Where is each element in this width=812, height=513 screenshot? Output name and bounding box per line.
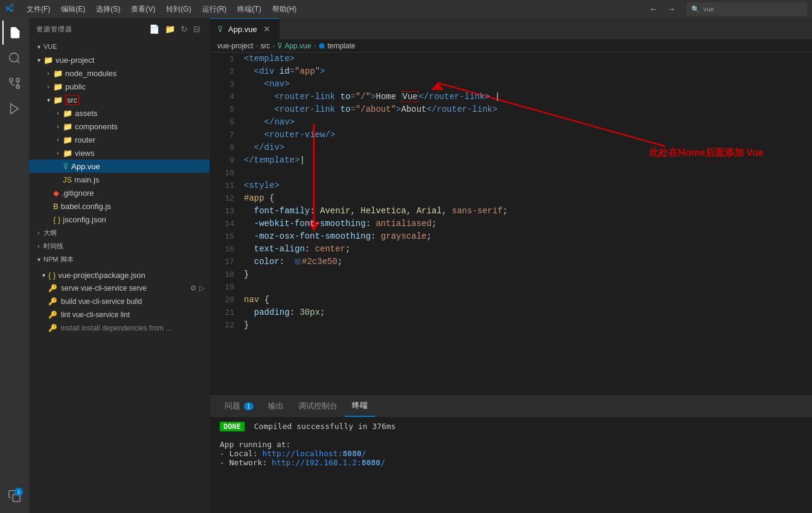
npm-serve-label: serve vue-cli-service serve [61, 284, 147, 292]
new-file-icon[interactable]: 📄 [148, 23, 161, 35]
code-editor: 此处在Home后面添加 Vue 1 2 3 4 5 6 7 8 9 [210, 53, 812, 395]
network-url[interactable]: http://192.168.1.2:8080/ [272, 458, 385, 467]
outline-section-header[interactable]: › 大纲 [29, 226, 209, 239]
terminal-content[interactable]: DONE Compiled successfully in 376ms App … [210, 417, 812, 513]
code-line-17: color: #2c3e50; [244, 256, 812, 268]
code-line-2: <div id="app"> [244, 65, 812, 78]
tree-views[interactable]: › 📁 views [29, 146, 209, 160]
menu-edit[interactable]: 编辑(E) [56, 3, 90, 16]
sidebar: 资源管理器 📄 📁 ↻ ⊟ ▾ VUE ▾ 📁 vue-project [29, 18, 210, 513]
activity-extensions[interactable]: 1 [2, 484, 27, 508]
outline-label: 大纲 [43, 228, 57, 237]
tab-app-vue[interactable]: ⊽ App.vue ✕ [210, 18, 280, 39]
line-numbers: 1 2 3 4 5 6 7 8 9 10 11 12 13 14 15 16 1… [210, 53, 239, 395]
json-file-icon: { } [53, 215, 60, 224]
panel-tab-terminal[interactable]: 终端 [345, 396, 375, 417]
new-folder-icon[interactable]: 📁 [164, 23, 177, 35]
code-content[interactable]: <template> <div id="app"> <nav> <router-… [239, 53, 812, 395]
node-modules-label: node_modules [65, 69, 117, 78]
code-line-4: <router-link to="/">Home Vue</router-lin… [244, 91, 812, 103]
line-num-18: 18 [210, 268, 234, 281]
timeline-section-header[interactable]: › 时间线 [29, 239, 209, 253]
tree-gitignore[interactable]: ◆ .gitignore [29, 186, 209, 199]
tree-public[interactable]: › 📁 public [29, 80, 209, 93]
svg-point-2 [10, 79, 13, 82]
menu-file[interactable]: 文件(F) [22, 3, 55, 16]
search-bar[interactable]: 🔍 vue [686, 2, 807, 16]
script-icon-4: 🔑 [48, 324, 57, 332]
breadcrumb-sep3: › [313, 42, 316, 50]
line-num-21: 21 [210, 306, 234, 319]
views-arrow: › [53, 148, 63, 158]
npm-build[interactable]: 🔑 build vue-cli-service build [29, 295, 209, 308]
line-num-22: 22 [210, 319, 234, 332]
activity-search[interactable] [2, 46, 27, 70]
outline-arrow: › [34, 228, 43, 237]
problems-label: 问题 [225, 401, 240, 411]
line-num-10: 10 [210, 167, 234, 179]
npm-lint[interactable]: 🔑 lint vue-cli-service lint [29, 308, 209, 321]
npm-install[interactable]: 🔑 install install dependencies from ... [29, 321, 209, 335]
breadcrumb-template: template [318, 42, 355, 50]
babel-arrow [43, 201, 53, 211]
collapse-icon[interactable]: ⊟ [192, 23, 202, 35]
jsconfig-arrow [43, 215, 53, 224]
settings-icon[interactable]: ⚙ [190, 284, 197, 292]
problems-badge: 1 [244, 402, 254, 410]
menu-view[interactable]: 查看(V) [126, 3, 160, 16]
vue-section-label: VUE [43, 43, 57, 50]
npm-section-header[interactable]: ▾ NPM 脚本 [29, 253, 209, 266]
menu-select[interactable]: 选择(S) [91, 3, 125, 16]
breadcrumb-file: ⊽App.vue [277, 42, 311, 50]
panel-tab-problems[interactable]: 问题 1 [217, 396, 261, 417]
panel-tab-debug[interactable]: 调试控制台 [291, 396, 345, 417]
menu-terminal[interactable]: 终端(T) [232, 3, 266, 16]
tab-close-button[interactable]: ✕ [262, 24, 272, 34]
code-line-18: } [244, 268, 812, 281]
activity-run-debug[interactable] [2, 97, 27, 121]
js-file-icon: JS [63, 175, 72, 184]
activity-bar: 1 [0, 18, 29, 513]
line-num-4: 4 [210, 91, 234, 103]
panel-tab-output[interactable]: 输出 [261, 396, 291, 417]
assets-arrow: › [53, 108, 63, 118]
svg-point-6 [319, 44, 325, 49]
vue-section-header[interactable]: ▾ VUE [29, 40, 209, 53]
npm-package-item[interactable]: ▾ { } vue-project\package.json [29, 268, 209, 282]
activity-source-control[interactable] [2, 71, 27, 95]
menu-goto[interactable]: 转到(G) [161, 3, 196, 16]
sidebar-actions: 📄 📁 ↻ ⊟ [148, 23, 202, 35]
tree-app-vue[interactable]: ⊽ App.vue [29, 160, 209, 173]
code-line-16: text-align: center; [244, 243, 812, 256]
tree-components[interactable]: › 📁 components [29, 120, 209, 133]
local-url[interactable]: http://localhost:8080/ [262, 449, 366, 458]
git-file-icon: ◆ [53, 189, 59, 198]
tree-assets[interactable]: › 📁 assets [29, 106, 209, 120]
code-line-5: <router-link to="/about">About</router-l… [244, 103, 812, 116]
terminal-line-1: DONE Compiled successfully in 376ms [220, 422, 802, 431]
menu-run[interactable]: 运行(R) [197, 3, 232, 16]
refresh-icon[interactable]: ↻ [179, 23, 190, 35]
local-port: 8080 [343, 449, 362, 458]
tree-router[interactable]: › 📁 router [29, 133, 209, 146]
output-label: 输出 [268, 401, 284, 411]
activity-explorer[interactable] [2, 21, 27, 45]
nav-forward-button[interactable]: → [663, 3, 679, 15]
app-vue-label: App.vue [71, 162, 100, 171]
menu-help[interactable]: 帮助(H) [267, 3, 302, 16]
code-line-3: <nav> [244, 78, 812, 91]
run-icon[interactable]: ▷ [199, 284, 205, 292]
tree-node-modules[interactable]: › 📁 node_modules [29, 66, 209, 80]
npm-serve[interactable]: 🔑 serve vue-cli-service serve ⚙ ▷ [29, 282, 209, 295]
search-icon: 🔍 [691, 5, 700, 13]
main-js-label: main.js [74, 175, 99, 184]
tree-jsconfig[interactable]: { } jsconfig.json [29, 213, 209, 226]
tree-vue-project[interactable]: ▾ 📁 vue-project [29, 53, 209, 66]
tree-main-js[interactable]: JS main.js [29, 173, 209, 186]
breadcrumb-sep1: › [255, 42, 258, 50]
babel-config-label: babel.config.js [61, 202, 111, 211]
nav-back-button[interactable]: ← [645, 3, 661, 15]
tree-babel-config[interactable]: B babel.config.js [29, 199, 209, 213]
main-js-arrow [53, 175, 63, 184]
tree-src[interactable]: ▾ 📁 src [29, 93, 209, 106]
